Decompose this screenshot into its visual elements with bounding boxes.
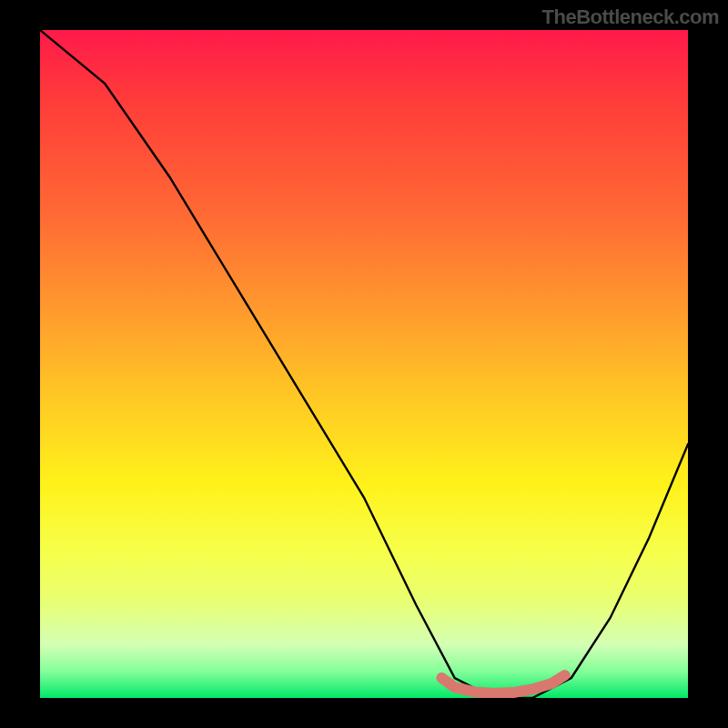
watermark-text: TheBottleneck.com (542, 5, 719, 29)
curve-svg (40, 30, 688, 698)
bottleneck-curve-path (40, 30, 688, 698)
plot-gradient-area (40, 30, 688, 698)
chart-frame: TheBottleneck.com (0, 0, 728, 728)
optimal-highlight-path (441, 675, 564, 693)
